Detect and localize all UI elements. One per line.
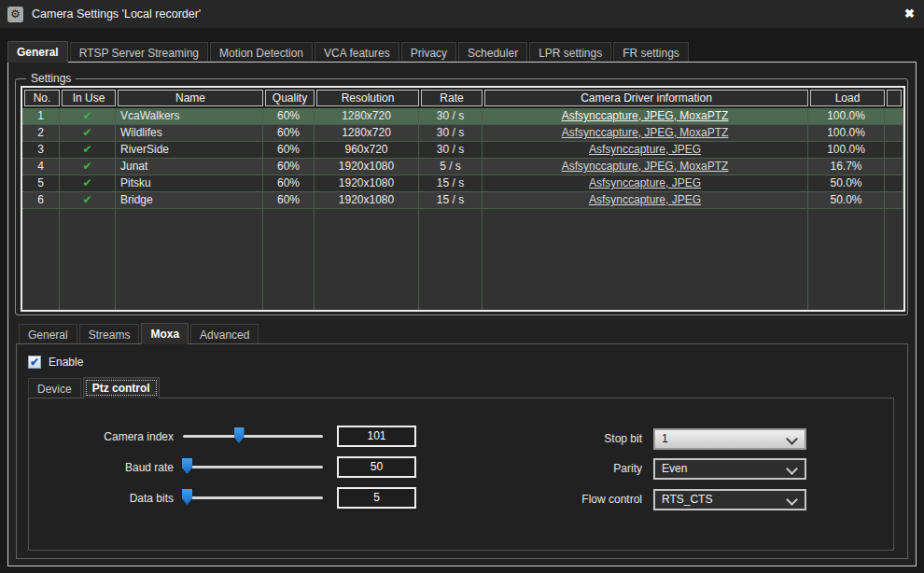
empty-column [315, 209, 419, 310]
cell-no: 2 [22, 125, 60, 141]
table-row-4[interactable]: 4✔Junat60%1920x10805 / sAsfsynccapture, … [22, 159, 903, 175]
dropdown-flow-control[interactable]: RTS_CTS [653, 489, 806, 510]
table-row-3[interactable]: 3✔RiverSide60%960x72030 / sAsfsynccaptur… [22, 142, 903, 159]
column-header-label: Camera Driver information [484, 90, 808, 106]
cell-resolution: 960x720 [315, 142, 419, 158]
cell-filler [885, 192, 903, 208]
cell-name: Wildlifes [116, 125, 263, 141]
in-use-check-icon: ✔ [60, 108, 116, 124]
column-header-no-[interactable]: No. [23, 89, 61, 107]
column-header-name[interactable]: Name [117, 89, 264, 107]
tab-advanced[interactable]: Advanced [190, 324, 259, 343]
cell-resolution: 1920x1080 [315, 159, 419, 175]
in-use-check-icon: ✔ [60, 159, 116, 175]
cell-quality: 60% [263, 142, 315, 158]
dropdown-selected-value: 1 [662, 432, 668, 445]
tab-scheduler[interactable]: Scheduler [458, 42, 527, 62]
column-header-label: Load [810, 90, 885, 106]
dropdown-row-flow-control: Flow controlRTS_CTS [0, 489, 924, 510]
camera-driver-link[interactable]: Asfsynccapture, JPEG [589, 193, 701, 206]
column-header-camera-driver-information[interactable]: Camera Driver information [483, 89, 809, 107]
cell-resolution: 1920x1080 [315, 175, 419, 191]
title-bar: ⚙ Camera Settings 'Local recorder' ✖ [0, 0, 924, 28]
cell-no: 5 [22, 175, 60, 191]
main-tab-strip: GeneralRTSP Server StreamingMotion Detec… [7, 41, 689, 62]
cell-load: 100.0% [808, 125, 885, 141]
cell-name: VcaWalkers [116, 108, 263, 124]
cell-rate: 30 / s [419, 125, 483, 141]
cell-load: 100.0% [808, 142, 885, 158]
close-icon[interactable]: ✖ [904, 7, 915, 21]
dropdown-row-parity: ParityEven [0, 458, 924, 480]
settings-groupbox-label: Settings [26, 72, 76, 85]
cell-no: 4 [22, 159, 60, 175]
tab-motion-detection[interactable]: Motion Detection [210, 42, 313, 62]
camera-driver-cell: Asfsynccapture, JPEG [483, 192, 808, 208]
tab-general[interactable]: General [7, 41, 68, 63]
camera-settings-window: ⚙ Camera Settings 'Local recorder' ✖ Gen… [0, 0, 924, 573]
tab-privacy[interactable]: Privacy [401, 42, 456, 62]
column-header-label: In Use [62, 90, 116, 106]
cell-filler [885, 175, 903, 191]
cell-filler [885, 125, 903, 141]
cell-rate: 5 / s [419, 159, 483, 175]
table-row-1[interactable]: 1✔VcaWalkers60%1280x72030 / sAsfsynccapt… [22, 108, 903, 125]
column-header-quality[interactable]: Quality [264, 89, 315, 107]
table-row-5[interactable]: 5✔Pitsku60%1920x108015 / sAsfsynccapture… [22, 175, 903, 192]
camera-driver-link[interactable]: Asfsynccapture, JPEG, MoxaPTZ [562, 109, 729, 122]
table-row-6[interactable]: 6✔Bridge60%1920x108015 / sAsfsynccapture… [22, 192, 903, 209]
tab-general[interactable]: General [19, 324, 77, 343]
camera-driver-link[interactable]: Asfsynccapture, JPEG [589, 143, 701, 156]
dropdown-stop-bit[interactable]: 1 [653, 428, 806, 450]
empty-column [60, 209, 116, 310]
column-header-label: Rate [421, 90, 483, 106]
camera-driver-cell: Asfsynccapture, JPEG, MoxaPTZ [483, 125, 808, 141]
camera-driver-cell: Asfsynccapture, JPEG, MoxaPTZ [483, 108, 808, 124]
cell-resolution: 1920x1080 [315, 192, 419, 208]
in-use-check-icon: ✔ [60, 175, 116, 191]
tab-ptz-control[interactable]: Ptz control [83, 377, 160, 398]
tab-fr-settings[interactable]: FR settings [613, 42, 689, 62]
cell-name: Junat [116, 159, 263, 175]
in-use-check-icon: ✔ [60, 142, 116, 158]
cell-no: 1 [22, 108, 60, 124]
camera-driver-link[interactable]: Asfsynccapture, JPEG, MoxaPTZ [562, 160, 729, 173]
empty-column [808, 209, 885, 310]
tab-device[interactable]: Device [28, 378, 81, 398]
cell-load: 50.0% [808, 192, 885, 208]
tab-streams[interactable]: Streams [79, 324, 140, 343]
dropdown-row-stop-bit: Stop bit1 [0, 428, 924, 450]
column-header-label: Resolution [316, 90, 419, 106]
cell-load: 50.0% [808, 175, 885, 191]
cell-quality: 60% [263, 125, 315, 141]
column-header-label: Quality [265, 90, 315, 106]
dropdown-parity[interactable]: Even [653, 458, 806, 480]
dropdown-label: Parity [521, 458, 642, 480]
column-header-load[interactable]: Load [809, 89, 886, 107]
table-row-2[interactable]: 2✔Wildlifes60%1280x72030 / sAsfsynccaptu… [22, 125, 903, 142]
column-header-rate[interactable]: Rate [420, 89, 483, 107]
empty-column [419, 209, 483, 310]
tab-rtsp-server-streaming[interactable]: RTSP Server Streaming [70, 42, 208, 62]
chevron-down-icon [786, 463, 798, 475]
camera-driver-link[interactable]: Asfsynccapture, JPEG, MoxaPTZ [562, 126, 729, 139]
camera-driver-link[interactable]: Asfsynccapture, JPEG [589, 176, 701, 189]
camera-driver-cell: Asfsynccapture, JPEG [483, 142, 808, 158]
dropdown-label: Flow control [521, 489, 642, 510]
tab-vca-features[interactable]: VCA features [315, 42, 399, 62]
tab-moxa[interactable]: Moxa [141, 323, 189, 344]
cell-load: 16.7% [808, 159, 885, 175]
cell-rate: 15 / s [419, 175, 483, 191]
tab-lpr-settings[interactable]: LPR settings [529, 42, 611, 62]
cell-quality: 60% [263, 192, 315, 208]
enable-row: ✔ Enable [28, 355, 83, 370]
cell-name: RiverSide [116, 142, 263, 158]
column-header-in-use[interactable]: In Use [61, 89, 117, 107]
enable-checkbox[interactable]: ✔ [28, 356, 41, 369]
cell-no: 6 [22, 192, 60, 208]
empty-column [483, 209, 808, 310]
column-header-resolution[interactable]: Resolution [315, 89, 420, 107]
column-header-filler [886, 89, 903, 107]
column-header-label: Name [118, 90, 263, 106]
cell-no: 3 [22, 142, 60, 158]
